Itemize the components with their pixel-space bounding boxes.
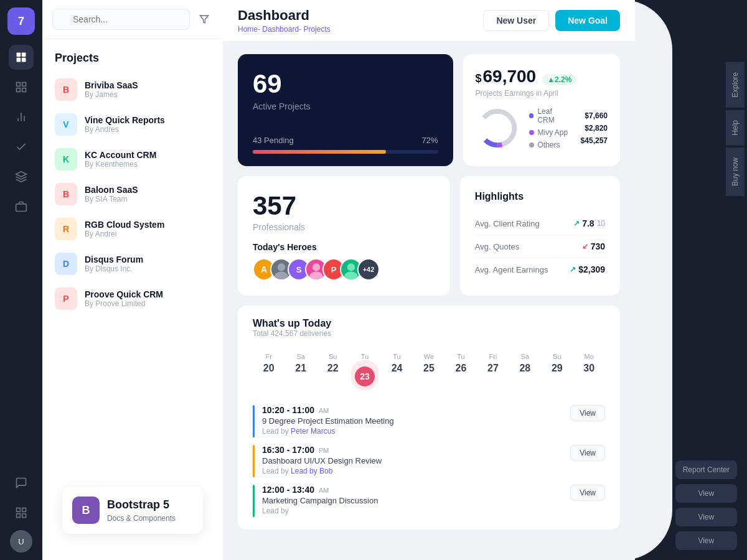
help-tab[interactable]: Help	[726, 110, 745, 146]
project-info: Briviba SaaS By James	[85, 80, 138, 99]
calendar-day[interactable]: Tu24	[381, 348, 413, 395]
event-view-button[interactable]: View	[570, 445, 605, 461]
event-view-button[interactable]: View	[570, 405, 605, 421]
project-name: Baloon SaaS	[85, 185, 138, 195]
search-wrapper	[52, 9, 190, 30]
svg-marker-19	[200, 16, 208, 23]
highlight-row-quotes: Avg. Quotes ↙ 730	[475, 235, 605, 258]
progress-bar-fill	[253, 150, 386, 154]
calendar-day[interactable]: Mo30	[573, 348, 605, 395]
calendar-day[interactable]: Su22	[317, 348, 349, 395]
explore-tab[interactable]: Explore	[726, 62, 745, 108]
calendar-day[interactable]: We25	[413, 348, 444, 395]
legend-mivy: Mivy App	[529, 128, 571, 137]
view-button-3[interactable]: View	[675, 531, 737, 550]
legend-others: Others	[529, 141, 571, 149]
highlight-label-rating: Avg. Client Rating	[475, 219, 540, 228]
search-input[interactable]	[52, 9, 190, 30]
second-row: 357 Professionals Today's Heroes A S P	[238, 176, 620, 296]
svg-point-28	[344, 272, 357, 281]
calendar-day[interactable]: Fri27	[477, 348, 509, 395]
project-item[interactable]: V Vine Quick Reports By Andres	[42, 107, 223, 142]
earnings-badge: ▲2.2%	[542, 74, 576, 85]
cal-day-name: We	[415, 353, 442, 360]
event-lead-link[interactable]: Peter Marcus	[291, 427, 335, 436]
project-item[interactable]: D Disqus Forum By Disqus Inc.	[42, 246, 223, 281]
project-info: RGB Cloud System By Andrei	[85, 220, 164, 238]
up-arrow-earnings: ↗	[570, 265, 576, 274]
earnings-amount-mivy: $2,820	[581, 124, 608, 133]
cal-day-num: 25	[415, 363, 442, 374]
sidebar-item-layers[interactable]	[9, 164, 34, 189]
buy-now-tab[interactable]: Buy now	[726, 147, 745, 196]
event-lead-link[interactable]: Lead by Bob	[291, 467, 332, 475]
project-item[interactable]: B Briviba SaaS By James	[42, 72, 223, 107]
view-button-2[interactable]: View	[675, 508, 737, 526]
svg-point-27	[347, 263, 355, 271]
project-by: By Andres	[85, 125, 165, 134]
legend-dot-mivy	[529, 130, 534, 135]
project-icon: D	[55, 253, 77, 275]
calendar-day[interactable]: Su29	[541, 348, 573, 395]
legend-label-leaf: Leaf CRM	[537, 107, 570, 124]
top-row: 69 Active Projects 43 Pending 72% $ 69,7…	[238, 54, 620, 166]
sidebar-item-message[interactable]	[9, 470, 34, 495]
sidebar-item-widgets[interactable]	[9, 75, 34, 100]
svg-point-23	[278, 263, 285, 271]
project-item[interactable]: P Proove Quick CRM By Proove Limited	[42, 281, 223, 316]
project-name: KC Account CRM	[85, 150, 156, 160]
highlight-row-earnings: Avg. Agent Earnings ↗ $2,309	[475, 258, 605, 281]
projects-title: Projects	[42, 39, 223, 72]
event-name: Dashboard UI/UX Design Review	[262, 456, 563, 465]
active-projects-label: Active Projects	[253, 101, 438, 111]
project-item[interactable]: K KC Account CRM By Keenthemes	[42, 142, 223, 177]
new-goal-button[interactable]: New Goal	[555, 10, 620, 31]
event-view-button[interactable]: View	[570, 485, 605, 501]
sidebar-item-briefcase[interactable]	[9, 194, 34, 219]
event-period: PM	[319, 447, 329, 454]
view-button-1[interactable]: View	[675, 484, 737, 503]
sidebar-item-charts[interactable]	[9, 105, 34, 129]
search-bar	[42, 0, 223, 39]
project-info: Vine Quick Reports By Andres	[85, 115, 165, 134]
cal-day-name: Su	[319, 353, 346, 360]
event-content: 10:20 - 11:00 AM 9 Degree Project Estima…	[262, 405, 563, 436]
project-info: Baloon SaaS By SIA Team	[85, 185, 138, 203]
highlights-title: Highlights	[475, 191, 605, 202]
cal-day-num: 23	[355, 366, 375, 386]
report-center-button[interactable]: Report Center	[675, 460, 737, 479]
sidebar-item-check[interactable]	[9, 134, 34, 159]
project-info: Proove Quick CRM By Proove Limited	[85, 289, 163, 308]
project-item[interactable]: R RGB Cloud System By Andrei	[42, 212, 223, 246]
calendar-day[interactable]: Fr20	[253, 348, 284, 395]
heroes-row: Today's Heroes A S P	[253, 242, 435, 281]
calendar-day[interactable]: Tu26	[445, 348, 477, 395]
event-bar	[253, 445, 255, 477]
user-avatar[interactable]: U	[10, 530, 32, 553]
calendar-day[interactable]: Sa28	[509, 348, 541, 395]
bootstrap-subtitle: Docs & Components	[107, 514, 176, 523]
topbar: Dashboard Home- Dashboard- Projects New …	[223, 0, 635, 42]
svg-rect-15	[17, 514, 21, 518]
project-item[interactable]: B Baloon SaaS By SIA Team	[42, 177, 223, 212]
project-by: By Disqus Inc.	[85, 264, 143, 273]
sidebar-item-dashboard[interactable]	[9, 45, 34, 70]
event-time: 12:00 - 13:40 AM	[262, 485, 563, 495]
cal-day-num: 22	[319, 363, 346, 374]
bootstrap-card[interactable]: B Bootstrap 5 Docs & Components	[62, 487, 203, 534]
legend-dot-leaf	[529, 113, 534, 118]
progress-bar-wrap	[253, 150, 438, 154]
new-user-button[interactable]: New User	[483, 10, 549, 31]
calendar-day[interactable]: Tu23	[349, 348, 380, 395]
filter-button[interactable]	[195, 9, 213, 29]
highlight-value-quotes: ↙ 730	[582, 241, 605, 251]
project-icon: P	[55, 287, 77, 310]
project-icon: V	[55, 113, 77, 136]
calendar-day[interactable]: Sa21	[284, 348, 316, 395]
main-content: Dashboard Home- Dashboard- Projects New …	[223, 0, 635, 560]
right-bottom: Report Center View View View	[665, 450, 747, 560]
highlight-label-quotes: Avg. Quotes	[475, 242, 519, 251]
project-name: Vine Quick Reports	[85, 115, 165, 125]
sidebar-item-grid[interactable]	[9, 500, 34, 525]
heroes-label: Today's Heroes	[253, 242, 435, 252]
